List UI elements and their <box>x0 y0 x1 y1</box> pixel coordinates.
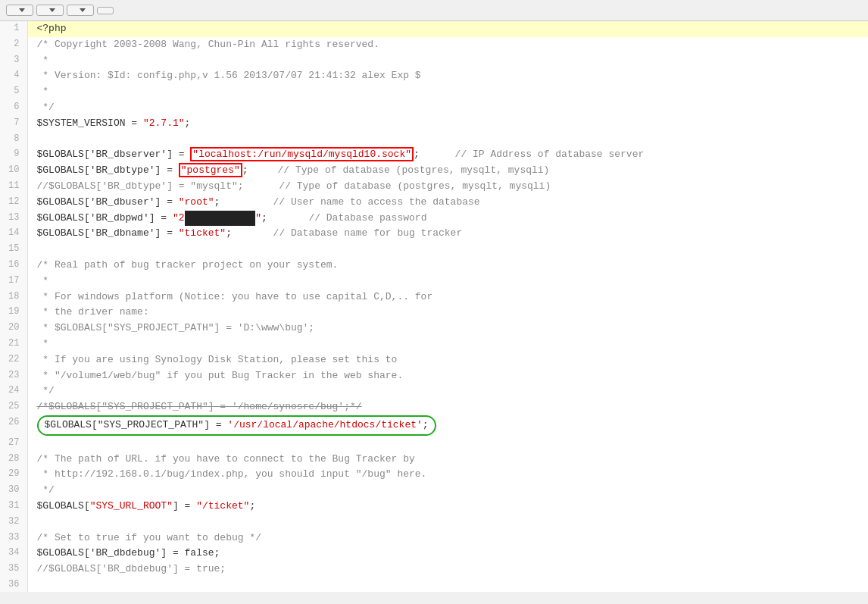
table-row: 27 <box>0 436 868 452</box>
line-content[interactable] <box>27 577 868 592</box>
line-number: 28 <box>0 452 27 468</box>
table-row: 22 * If you are using Synology Disk Stat… <box>0 352 868 368</box>
table-row: 20 * $GLOBALS["SYS_PROJECT_PATH"] = 'D:\… <box>0 321 868 336</box>
line-content[interactable]: $GLOBALS['BR_dbname'] = "ticket"; // Dat… <box>27 226 868 242</box>
line-number: 17 <box>0 274 27 289</box>
line-content[interactable]: * <box>27 274 868 289</box>
table-row: 10$GLOBALS['BR_dbtype'] = "postgres"; //… <box>0 163 868 179</box>
line-content[interactable]: //$GLOBALS['BR_dbdebug'] = true; <box>27 562 868 577</box>
line-content[interactable]: /* The path of URL. if you have to conne… <box>27 452 868 468</box>
code-editor[interactable]: 1<?php2/* Copyright 2003-2008 Wang, Chun… <box>0 21 868 592</box>
line-content[interactable]: $GLOBALS['BR_dbtype'] = "postgres"; // T… <box>27 163 868 179</box>
table-row: 9$GLOBALS['BR_dbserver'] = "localhost:/r… <box>0 147 868 163</box>
table-row: 1<?php <box>0 21 868 37</box>
line-number: 31 <box>0 499 27 515</box>
line-content[interactable]: /* Set to true if you want to debug */ <box>27 530 868 546</box>
line-number: 21 <box>0 336 27 352</box>
line-content[interactable]: /* Real path of bug tracker project on y… <box>27 258 868 274</box>
toolbar <box>0 0 868 21</box>
line-content[interactable]: * Version: $Id: config.php,v 1.56 2013/0… <box>27 68 868 84</box>
line-content[interactable]: */ <box>27 100 868 116</box>
line-number: 8 <box>0 132 27 148</box>
line-number: 23 <box>0 368 27 384</box>
table-row: 29 * http://192.168.0.1/bug/index.php, y… <box>0 467 868 483</box>
line-content[interactable]: /* Copyright 2003-2008 Wang, Chun-Pin Al… <box>27 37 868 53</box>
line-number: 9 <box>0 147 27 163</box>
line-content[interactable]: * the driver name: <box>27 305 868 321</box>
line-content[interactable]: <?php <box>27 21 868 37</box>
line-content[interactable]: //$GLOBALS['BR_dbtype'] = "mysqlt"; // T… <box>27 179 868 195</box>
line-number: 7 <box>0 116 27 132</box>
table-row: 4 * Version: $Id: config.php,v 1.56 2013… <box>0 68 868 84</box>
table-row: 17 * <box>0 274 868 289</box>
line-number: 20 <box>0 321 27 336</box>
line-number: 25 <box>0 399 27 415</box>
table-row: 19 * the driver name: <box>0 305 868 321</box>
line-number: 18 <box>0 289 27 305</box>
line-content[interactable]: * <box>27 53 868 69</box>
line-content[interactable]: $GLOBALS['BR_dbuser'] = "root"; // User … <box>27 195 868 211</box>
line-content[interactable]: $GLOBALS['BR_dbpwd'] = "2 "; // Database… <box>27 211 868 227</box>
line-number: 4 <box>0 68 27 84</box>
prefs-button[interactable] <box>97 7 114 14</box>
edit-menu-button[interactable] <box>36 5 64 16</box>
line-number: 16 <box>0 258 27 274</box>
table-row: 24 */ <box>0 383 868 399</box>
line-content[interactable]: * If you are using Synology Disk Station… <box>27 352 868 368</box>
line-number: 19 <box>0 305 27 321</box>
line-content[interactable]: * http://192.168.0.1/bug/index.php, you … <box>27 467 868 483</box>
line-content[interactable]: $GLOBALS["SYS_PROJECT_PATH"] = '/usr/loc… <box>27 415 868 436</box>
line-content[interactable]: * <box>27 84 868 100</box>
line-number: 6 <box>0 100 27 116</box>
line-content[interactable] <box>27 242 868 258</box>
table-row: 18 * For windows platform (Notice: you h… <box>0 289 868 305</box>
line-number: 34 <box>0 546 27 562</box>
line-number: 24 <box>0 383 27 399</box>
table-row: 28/* The path of URL. if you have to con… <box>0 452 868 468</box>
table-row: 8 <box>0 132 868 148</box>
line-content[interactable]: * "/volume1/web/bug" if you put Bug Trac… <box>27 368 868 384</box>
edit-chevron-icon <box>49 8 55 12</box>
table-row: 23 * "/volume1/web/bug" if you put Bug T… <box>0 368 868 384</box>
table-row: 31$GLOBALS["SYS_URL_ROOT"] = "/ticket"; <box>0 499 868 515</box>
table-row: 30 */ <box>0 483 868 499</box>
table-row: 11//$GLOBALS['BR_dbtype'] = "mysqlt"; //… <box>0 179 868 195</box>
search-chevron-icon <box>80 8 86 12</box>
table-row: 3 * <box>0 53 868 69</box>
search-menu-button[interactable] <box>67 5 94 16</box>
table-row: 36 <box>0 577 868 592</box>
table-row: 34$GLOBALS['BR_dbdebug'] = false; <box>0 546 868 562</box>
table-row: 13$GLOBALS['BR_dbpwd'] = "2 "; // Databa… <box>0 211 868 227</box>
line-content[interactable]: * $GLOBALS["SYS_PROJECT_PATH"] = 'D:\www… <box>27 321 868 336</box>
table-row: 32 <box>0 515 868 530</box>
line-content[interactable]: * For windows platform (Notice: you have… <box>27 289 868 305</box>
line-content[interactable] <box>27 515 868 530</box>
file-menu-button[interactable] <box>6 5 33 16</box>
table-row: 15 <box>0 242 868 258</box>
table-row: 25/*$GLOBALS["SYS_PROJECT_PATH"] = '/hom… <box>0 399 868 415</box>
line-content[interactable]: $GLOBALS["SYS_URL_ROOT"] = "/ticket"; <box>27 499 868 515</box>
table-row: 6 */ <box>0 100 868 116</box>
line-content[interactable]: $GLOBALS['BR_dbdebug'] = false; <box>27 546 868 562</box>
line-content[interactable]: */ <box>27 483 868 499</box>
line-content[interactable] <box>27 436 868 452</box>
table-row: 5 * <box>0 84 868 100</box>
line-number: 5 <box>0 84 27 100</box>
table-row: 7$SYSTEM_VERSION = "2.7.1"; <box>0 116 868 132</box>
table-row: 21 * <box>0 336 868 352</box>
line-content[interactable]: $SYSTEM_VERSION = "2.7.1"; <box>27 116 868 132</box>
line-number: 36 <box>0 577 27 592</box>
line-number: 12 <box>0 195 27 211</box>
table-row: 26$GLOBALS["SYS_PROJECT_PATH"] = '/usr/l… <box>0 415 868 436</box>
line-content[interactable] <box>27 132 868 148</box>
file-chevron-icon <box>19 8 25 12</box>
line-number: 26 <box>0 415 27 436</box>
line-number: 11 <box>0 179 27 195</box>
line-number: 29 <box>0 467 27 483</box>
line-content[interactable]: */ <box>27 383 868 399</box>
line-number: 27 <box>0 436 27 452</box>
line-content[interactable]: /*$GLOBALS["SYS_PROJECT_PATH"] = '/home/… <box>27 399 868 415</box>
line-number: 2 <box>0 37 27 53</box>
line-content[interactable]: $GLOBALS['BR_dbserver'] = "localhost:/ru… <box>27 147 868 163</box>
line-content[interactable]: * <box>27 336 868 352</box>
